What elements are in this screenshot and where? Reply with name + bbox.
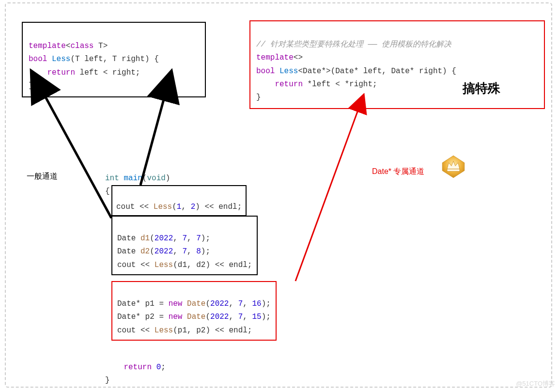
kw-template: template <box>29 42 66 50</box>
general-channel-label: 一般通道 <box>27 170 58 183</box>
comment-text: // 针对某些类型要特殊化处理 —— 使用模板的特化解决 <box>256 40 451 49</box>
main-footer: return 0; } <box>99 344 171 392</box>
call3-box: Date* p1 = new Date(2022, 7, 16); Date* … <box>111 281 277 341</box>
kw-bool: bool <box>29 55 47 63</box>
kw-return: return <box>47 68 75 77</box>
watermark: @51CTO博客 <box>516 378 555 389</box>
specialized-template-box: // 针对某些类型要特殊化处理 —— 使用模板的特化解决 template<> … <box>249 20 545 109</box>
call1-box: cout << Less(1, 2) << endl; <box>111 185 247 216</box>
special-label: 搞特殊 <box>463 78 500 99</box>
crown-icon <box>441 154 466 179</box>
date-channel-label: Date* 专属通道 <box>372 165 424 178</box>
generic-template-box: template<class T> bool Less(T left, T ri… <box>22 22 206 97</box>
svg-rect-1 <box>447 169 460 172</box>
fn-less: Less <box>47 55 70 63</box>
call2-box: Date d1(2022, 7, 7); Date d2(2022, 7, 8)… <box>111 216 258 275</box>
